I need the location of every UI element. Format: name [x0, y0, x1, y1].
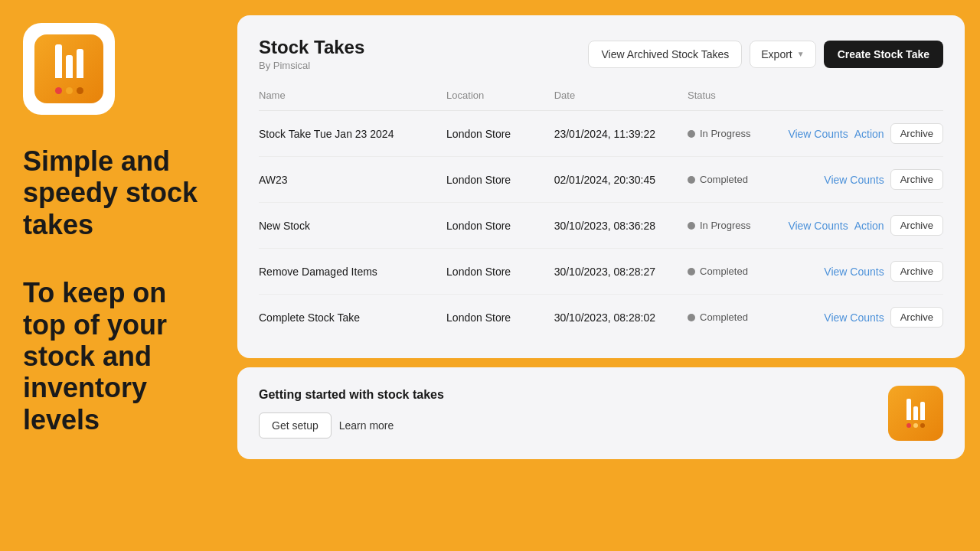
left-panel: Simple and speedy stock takes To keep on…: [0, 0, 237, 551]
getting-started-icon: [888, 386, 943, 441]
view-counts-button[interactable]: View Counts: [788, 128, 848, 140]
cell-status: Completed: [688, 157, 788, 203]
status-badge: Completed: [688, 266, 748, 277]
chevron-down-icon: ▼: [797, 50, 805, 58]
tagline-1: Simple and speedy stock takes: [23, 145, 214, 240]
status-text: Completed: [700, 311, 748, 323]
card-header: Stock Takes By Pimsical View Archived St…: [259, 37, 943, 71]
cell-actions: View CountsArchive: [788, 249, 943, 295]
status-dot-icon: [688, 176, 695, 184]
archive-button[interactable]: Archive: [890, 215, 943, 236]
status-dot-icon: [688, 130, 695, 138]
table-row: Complete Stock TakeLondon Store30/10/202…: [259, 295, 943, 341]
status-dot-icon: [688, 314, 695, 321]
cell-actions: View CountsActionArchive: [788, 111, 943, 157]
table-header-row: Name Location Date Status: [259, 90, 943, 111]
status-badge: In Progress: [688, 220, 750, 231]
export-button[interactable]: Export ▼: [750, 41, 815, 68]
status-dot-icon: [688, 222, 695, 230]
archive-button[interactable]: Archive: [890, 169, 943, 190]
col-header-actions: [788, 90, 943, 111]
table-row: AW23London Store02/01/2024, 20:30:45Comp…: [259, 157, 943, 203]
getting-started-title: Getting started with stock takes: [259, 388, 444, 402]
create-stock-take-button[interactable]: Create Stock Take: [824, 41, 943, 68]
cell-location: London Store: [446, 249, 554, 295]
action-button[interactable]: Action: [854, 220, 884, 232]
view-archived-button[interactable]: View Archived Stock Takes: [588, 41, 742, 68]
cell-actions: View CountsArchive: [788, 157, 943, 203]
col-header-status: Status: [688, 90, 788, 111]
learn-more-button[interactable]: Learn more: [339, 412, 394, 439]
row-actions: View CountsArchive: [788, 307, 943, 328]
stock-takes-card: Stock Takes By Pimsical View Archived St…: [237, 15, 965, 358]
cell-name: Complete Stock Take: [259, 295, 446, 341]
stock-table: Name Location Date Status Stock Take Tue…: [259, 90, 943, 340]
status-badge: Completed: [688, 174, 748, 185]
cell-name: AW23: [259, 157, 446, 203]
cell-location: London Store: [446, 111, 554, 157]
header-actions: View Archived Stock Takes Export ▼ Creat…: [588, 41, 943, 68]
row-actions: View CountsArchive: [788, 169, 943, 190]
cell-date: 23/01/2024, 11:39:22: [554, 111, 688, 157]
cell-date: 30/10/2023, 08:36:28: [554, 203, 688, 249]
status-text: In Progress: [700, 220, 750, 231]
cell-status: Completed: [688, 249, 788, 295]
cell-date: 02/01/2024, 20:30:45: [554, 157, 688, 203]
cell-location: London Store: [446, 203, 554, 249]
app-icon: [23, 23, 115, 115]
status-text: Completed: [700, 174, 748, 185]
cell-actions: View CountsActionArchive: [788, 203, 943, 249]
archive-button[interactable]: Archive: [890, 261, 943, 282]
view-counts-button[interactable]: View Counts: [824, 266, 884, 278]
card-title-section: Stock Takes By Pimsical: [259, 37, 364, 71]
cell-location: London Store: [446, 295, 554, 341]
table-row: New StockLondon Store30/10/2023, 08:36:2…: [259, 203, 943, 249]
cell-date: 30/10/2023, 08:28:02: [554, 295, 688, 341]
cell-status: Completed: [688, 295, 788, 341]
row-actions: View CountsActionArchive: [788, 215, 943, 236]
cell-status: In Progress: [688, 111, 788, 157]
tagline-2: To keep on top of your stock and invento…: [23, 277, 214, 435]
col-header-date: Date: [554, 90, 688, 111]
get-setup-button[interactable]: Get setup: [259, 412, 332, 439]
cell-name: Stock Take Tue Jan 23 2024: [259, 111, 446, 157]
cell-name: New Stock: [259, 203, 446, 249]
status-dot-icon: [688, 268, 695, 276]
col-header-name: Name: [259, 90, 446, 111]
view-counts-button[interactable]: View Counts: [824, 174, 884, 186]
table-row: Stock Take Tue Jan 23 2024London Store23…: [259, 111, 943, 157]
archive-button[interactable]: Archive: [890, 123, 943, 144]
page-title: Stock Takes: [259, 37, 364, 58]
view-counts-button[interactable]: View Counts: [824, 311, 884, 324]
cell-name: Remove Damaged Items: [259, 249, 446, 295]
table-row: Remove Damaged ItemsLondon Store30/10/20…: [259, 249, 943, 295]
status-badge: Completed: [688, 311, 748, 323]
row-actions: View CountsActionArchive: [788, 123, 943, 144]
page-subtitle: By Pimsical: [259, 60, 364, 71]
cell-status: In Progress: [688, 203, 788, 249]
cell-actions: View CountsArchive: [788, 295, 943, 341]
cell-location: London Store: [446, 157, 554, 203]
cell-date: 30/10/2023, 08:28:27: [554, 249, 688, 295]
archive-button[interactable]: Archive: [890, 307, 943, 328]
getting-started-content: Getting started with stock takes Get set…: [259, 388, 444, 439]
right-panel: Stock Takes By Pimsical View Archived St…: [237, 0, 980, 551]
getting-started-actions: Get setup Learn more: [259, 412, 444, 439]
status-badge: In Progress: [688, 128, 750, 139]
getting-started-card: Getting started with stock takes Get set…: [237, 367, 965, 459]
status-text: Completed: [700, 266, 748, 277]
row-actions: View CountsArchive: [788, 261, 943, 282]
status-text: In Progress: [700, 128, 750, 139]
col-header-location: Location: [446, 90, 554, 111]
action-button[interactable]: Action: [854, 128, 884, 140]
view-counts-button[interactable]: View Counts: [788, 220, 848, 232]
